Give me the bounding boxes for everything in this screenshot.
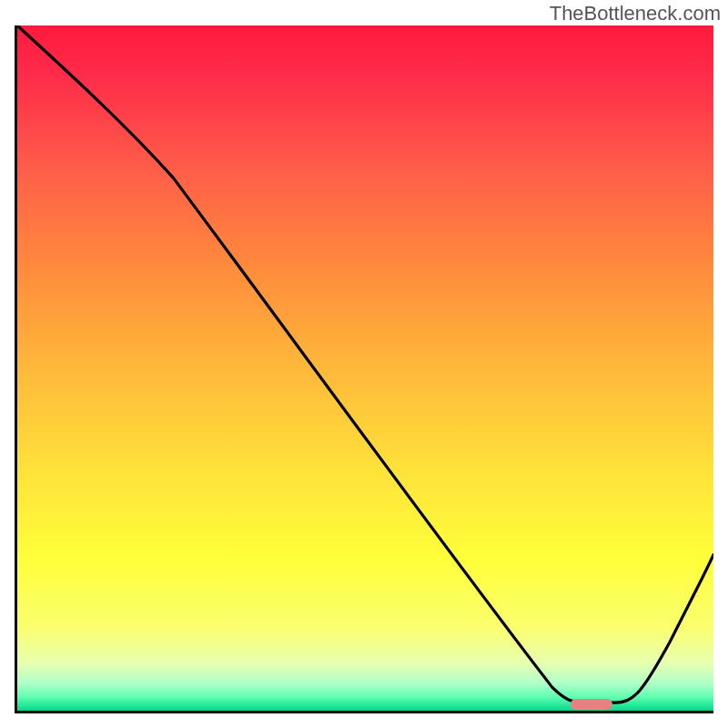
watermark-text: TheBottleneck.com [550, 2, 721, 25]
optimal-range-marker [571, 699, 612, 710]
chart-curve [17, 25, 713, 703]
chart-line-overlay [17, 25, 713, 711]
chart-plot-area [15, 25, 713, 713]
